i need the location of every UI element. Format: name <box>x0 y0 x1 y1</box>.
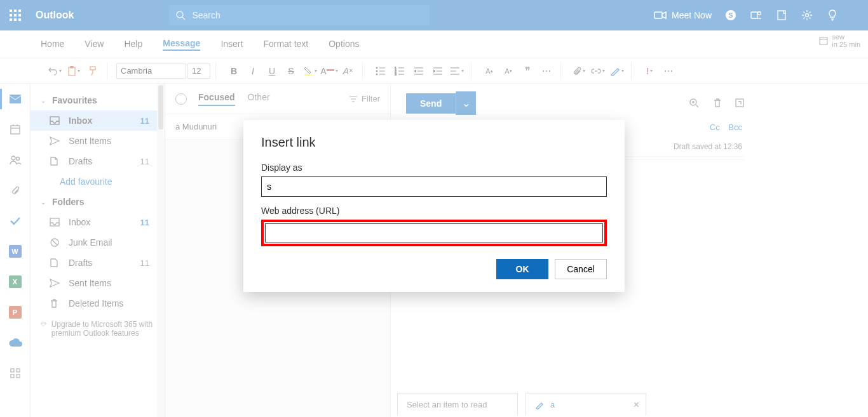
display-as-label: Display as <box>261 162 607 173</box>
cancel-button[interactable]: Cancel <box>555 259 607 279</box>
ok-button[interactable]: OK <box>496 259 548 279</box>
dialog-title: Insert link <box>261 135 607 150</box>
url-input-highlight <box>261 220 607 246</box>
insert-link-dialog: Insert link Display as Web address (URL)… <box>243 120 625 292</box>
url-input[interactable] <box>265 223 603 242</box>
url-label: Web address (URL) <box>261 206 607 216</box>
display-as-input[interactable] <box>261 176 607 197</box>
